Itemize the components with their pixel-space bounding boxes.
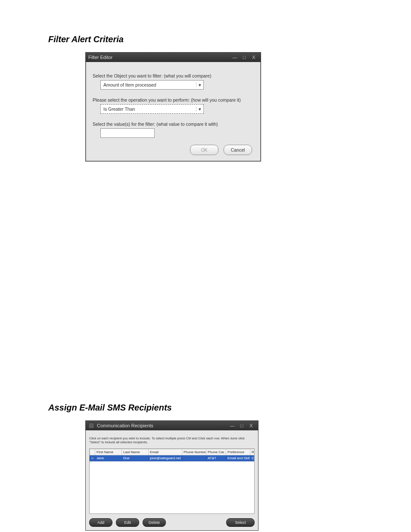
recipients-body: Click on each recipient you wish to incl…	[86, 430, 258, 530]
select-button[interactable]: Select	[226, 518, 255, 527]
section-heading-assign-recipients: Assign E-Mail SMS Recipients	[48, 403, 411, 413]
maximize-button[interactable]: □	[237, 422, 246, 429]
app-icon	[88, 423, 94, 429]
delete-button[interactable]: Delete	[143, 518, 166, 527]
communication-recipients-dialog: Communication Recipients — □ X Click on …	[85, 420, 258, 531]
recipients-title: Communication Recipients	[97, 423, 153, 428]
filter-editor-body: Select the Object you want to filter: (w…	[86, 62, 261, 161]
operation-combobox[interactable]: Is Greater Than ▾	[100, 104, 204, 114]
cell-carrier: AT&T	[206, 455, 226, 461]
recipients-grid[interactable]: First Name Last Name Email Phone Number …	[89, 448, 255, 514]
operation-value: Is Greater Than	[101, 106, 196, 112]
filter-editor-titlebar[interactable]: Filter Editor — □ X	[86, 53, 261, 62]
cancel-button[interactable]: Cancel	[224, 145, 252, 155]
minimize-button[interactable]: —	[228, 422, 237, 429]
chevron-down-icon: ▾	[196, 106, 203, 112]
col-phone-number[interactable]: Phone Number	[182, 449, 206, 455]
cell-first-name: Jane	[95, 455, 122, 461]
filter-editor-title: Filter Editor	[88, 55, 112, 60]
col-recipient-type[interactable]: Recipient Type	[250, 449, 255, 455]
recipients-titlebar[interactable]: Communication Recipients — □ X	[86, 421, 258, 430]
col-phone-carrier[interactable]: Phone Car...	[206, 449, 226, 455]
filter-editor-dialog: Filter Editor — □ X Select the Object yo…	[85, 52, 261, 162]
close-button[interactable]: X	[249, 54, 258, 61]
edit-button[interactable]: Edit	[116, 518, 139, 527]
col-first-name[interactable]: First Name	[95, 449, 122, 455]
cell-last-name: Doe	[122, 455, 149, 461]
row-indicator: >	[90, 455, 95, 461]
filter-value-input[interactable]	[100, 128, 155, 138]
minimize-button[interactable]: —	[230, 54, 239, 61]
chevron-down-icon: ▾	[196, 82, 203, 87]
value-label: Select the value(s) for the filter: (wha…	[93, 121, 254, 127]
object-filter-value: Amount of Item processed	[101, 82, 196, 87]
col-preference[interactable]: Preference	[226, 449, 250, 455]
operation-label: Please select the operation you want to …	[93, 97, 254, 103]
cell-preference: Email and SMS	[226, 455, 250, 461]
table-row[interactable]: > Jane Doe jdoe@saleguard.net AT&T Email…	[90, 455, 255, 461]
dialog-button-row: OK Cancel	[93, 145, 254, 155]
cell-phone	[182, 455, 206, 461]
cell-email: jdoe@saleguard.net	[149, 455, 182, 461]
close-button[interactable]: X	[247, 422, 255, 429]
maximize-button[interactable]: □	[240, 54, 249, 61]
col-last-name[interactable]: Last Name	[122, 449, 149, 455]
add-button[interactable]: Add	[89, 518, 112, 527]
object-filter-label: Select the Object you want to filter: (w…	[93, 73, 254, 78]
recipients-header-row: First Name Last Name Email Phone Number …	[90, 449, 255, 455]
document-page: Filter Alert Criteria Filter Editor — □ …	[0, 0, 411, 532]
ok-button[interactable]: OK	[190, 145, 218, 155]
recipients-table: First Name Last Name Email Phone Number …	[90, 449, 255, 461]
cell-recipient-type: Contact	[250, 455, 255, 461]
section-heading-filter-alert-criteria: Filter Alert Criteria	[48, 34, 411, 44]
object-filter-combobox[interactable]: Amount of Item processed ▾	[100, 80, 204, 90]
recipients-footer: Add Edit Delete Select	[89, 518, 255, 527]
recipients-instructions: Click on each recipient you wish to incl…	[89, 436, 255, 444]
col-email[interactable]: Email	[149, 449, 182, 455]
